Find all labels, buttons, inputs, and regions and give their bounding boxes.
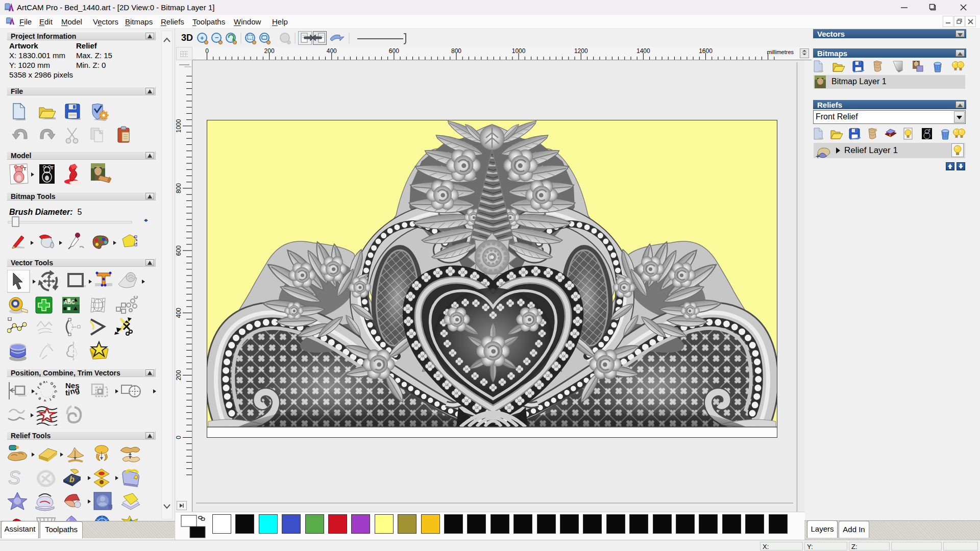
svg-text:200: 200: [264, 47, 275, 55]
svg-text:+: +: [34, 391, 39, 396]
svg-text:1200: 1200: [574, 47, 588, 55]
svg-text:+: +: [816, 152, 820, 159]
svg-text:millimetres: millimetres: [767, 49, 794, 55]
svg-text:b: b: [69, 475, 75, 484]
svg-text:+: +: [200, 34, 204, 42]
svg-text:T: T: [928, 129, 931, 132]
svg-text:1400: 1400: [636, 47, 650, 55]
svg-text:t: t: [46, 381, 47, 384]
svg-text:0: 0: [176, 436, 182, 439]
svg-text:1000: 1000: [512, 47, 526, 55]
svg-text:800: 800: [451, 47, 461, 55]
svg-text:600: 600: [389, 47, 399, 55]
svg-text:400: 400: [176, 308, 182, 318]
svg-text:T: T: [51, 165, 54, 170]
svg-text:−: −: [215, 34, 219, 41]
svg-text:x: x: [43, 381, 45, 384]
svg-text:0: 0: [205, 47, 209, 55]
svg-text:ABC: ABC: [64, 299, 75, 305]
svg-text:T: T: [23, 166, 27, 171]
svg-text:400: 400: [327, 47, 337, 55]
svg-text:v: v: [43, 398, 47, 402]
svg-text:r: r: [48, 397, 53, 402]
svg-text:600: 600: [176, 245, 182, 256]
svg-text:800: 800: [176, 183, 182, 193]
svg-text:S: S: [8, 468, 20, 488]
svg-text:e: e: [38, 381, 42, 387]
svg-text:1000: 1000: [176, 119, 182, 133]
svg-text:e: e: [37, 396, 42, 402]
svg-text:c: c: [53, 389, 59, 393]
svg-text:u: u: [51, 394, 57, 399]
svg-text:200: 200: [176, 370, 182, 380]
svg-text:1600: 1600: [699, 47, 713, 55]
